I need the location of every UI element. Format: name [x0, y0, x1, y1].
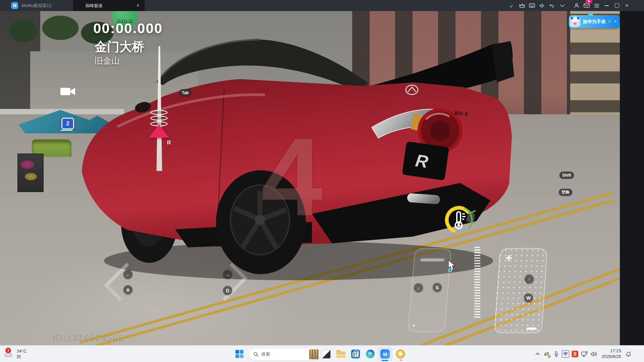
keymap-r: R [167, 140, 171, 146]
ms-store-icon[interactable] [349, 347, 362, 361]
promo-chevron-icon: › [608, 18, 610, 24]
weather-temp: 34°C [17, 349, 26, 354]
track-name: 金门大桥 [95, 39, 144, 55]
promo-close-icon[interactable]: × [614, 19, 617, 24]
edge-browser-icon[interactable] [364, 347, 377, 361]
window-title: MuMu模拟器12 [21, 3, 52, 9]
promo-avatar [570, 16, 580, 27]
tray-clock[interactable]: 17:23 2025/6/25 [602, 348, 621, 360]
gas-pedal-minus-bar [527, 327, 537, 330]
account-icon[interactable] [572, 0, 582, 11]
keymap-key-2: 2 [61, 118, 74, 129]
brake-pedal-marker: ▼ [412, 323, 416, 328]
shifter-strip[interactable] [154, 46, 164, 171]
search-icon [254, 352, 259, 357]
steer-right-arrow[interactable]: → [223, 270, 232, 279]
volume-icon[interactable] [537, 0, 547, 11]
emulator-side-strip [620, 11, 644, 345]
keymap-shift: Shift [559, 172, 574, 179]
player-id: ID:1316924505 [53, 334, 124, 344]
search-box[interactable]: 搜索 [249, 348, 321, 361]
svg-text:z: z [630, 351, 631, 353]
race-timer: 00:00.000 [93, 20, 163, 37]
mumu-taskbar-slot[interactable]: M [378, 347, 392, 361]
game-center-icon[interactable] [394, 347, 407, 361]
screen: M MuMu模拟器12 巅峰极速 × [0, 0, 644, 362]
gas-pedal-plus: + [505, 252, 513, 263]
tray-notification-bell-icon[interactable]: z [624, 347, 633, 361]
mouse-cursor [447, 260, 457, 273]
shifter-arrow-marker [149, 124, 169, 138]
search-daily-image [309, 349, 319, 359]
scene-graffiti-car [17, 154, 44, 192]
tab-label: 巅峰极速 [85, 3, 103, 9]
mumu-active-indicator [382, 360, 388, 361]
tab-close-icon[interactable]: × [134, 2, 142, 9]
boost-rocket-icon[interactable] [507, 0, 517, 11]
tray-display-icon[interactable] [580, 347, 589, 361]
mail-icon[interactable]: 6 [582, 0, 592, 11]
mail-badge: 6 [585, 0, 592, 4]
tray-update-icon[interactable] [542, 347, 551, 361]
gear-ladder-indicator [474, 247, 480, 319]
start-button[interactable] [233, 347, 246, 361]
steer-left-arrow[interactable]: ← [123, 270, 132, 279]
weather-widget[interactable]: 7 34°C 阴 [3, 347, 53, 361]
promo-text: 抽华为手表 [583, 19, 606, 25]
keymap-w: W [524, 293, 533, 302]
keymap-a: A [123, 285, 132, 294]
weather-alert-badge: 7 [5, 348, 11, 353]
back-undo-icon[interactable] [547, 0, 557, 11]
titlebar-toolbar: 6 × [507, 0, 632, 11]
game-tab-icon [76, 3, 82, 8]
toolbar-divider [569, 3, 570, 8]
emulator-titlebar: M MuMu模拟器12 巅峰极速 × [0, 0, 644, 11]
vip-crown-icon[interactable] [517, 0, 527, 11]
close-button[interactable]: × [622, 0, 632, 11]
minimize-button[interactable] [602, 0, 612, 11]
keymap-tab: Tab [179, 89, 191, 96]
keymap-key-2-underline [61, 130, 73, 131]
game-center-running-dot [399, 360, 402, 361]
camera-button[interactable] [60, 86, 76, 97]
search-placeholder: 搜索 [261, 351, 270, 357]
promo-banner[interactable]: 抽华为手表 › × [569, 15, 620, 28]
keyboard-icon[interactable] [527, 0, 537, 11]
mumu-app-icon: M [380, 349, 390, 359]
shifter-coils [150, 110, 168, 126]
tray-microphone-icon[interactable] [551, 347, 561, 361]
tab-game[interactable]: 巅峰极速 × [73, 0, 145, 11]
gear-indicator: 4 [235, 122, 349, 232]
chevron-down-icon[interactable] [557, 0, 567, 11]
keymap-space: 空格 [559, 189, 572, 196]
gas-up-arrow[interactable]: ↑ [525, 275, 534, 284]
game-viewport: R MX-5 4 GOLD 00:00.000 金门大桥 旧金山 [0, 11, 620, 345]
keymap-d: D [223, 286, 232, 295]
menu-icon[interactable] [592, 0, 602, 11]
city-name: 旧金山 [95, 55, 120, 66]
promo-banner-notch [588, 13, 593, 16]
tray-volume-icon[interactable] [589, 347, 598, 361]
mumu-logo-icon: M [11, 2, 18, 9]
weather-condition: 阴 [17, 354, 26, 359]
tray-sogou-icon[interactable]: S [570, 347, 580, 361]
maximize-button[interactable] [612, 0, 622, 11]
app-icon-mono[interactable] [319, 347, 333, 361]
gas-pedal[interactable]: + [494, 248, 548, 333]
system-tray: 中 S 17:23 2025/6/25 z [533, 347, 633, 361]
tray-chevron-up-icon[interactable] [533, 347, 542, 361]
file-explorer-icon[interactable] [334, 347, 347, 361]
temperature-gauge [443, 203, 476, 237]
windows-taskbar: 7 34°C 阴 搜索 [0, 345, 644, 362]
brake-pedal[interactable] [408, 248, 452, 332]
camera-icon [60, 86, 76, 97]
tray-ime-icon[interactable]: 中 [561, 347, 570, 361]
tray-date: 2025/6/25 [602, 354, 621, 360]
tray-time: 17:23 [602, 348, 621, 354]
